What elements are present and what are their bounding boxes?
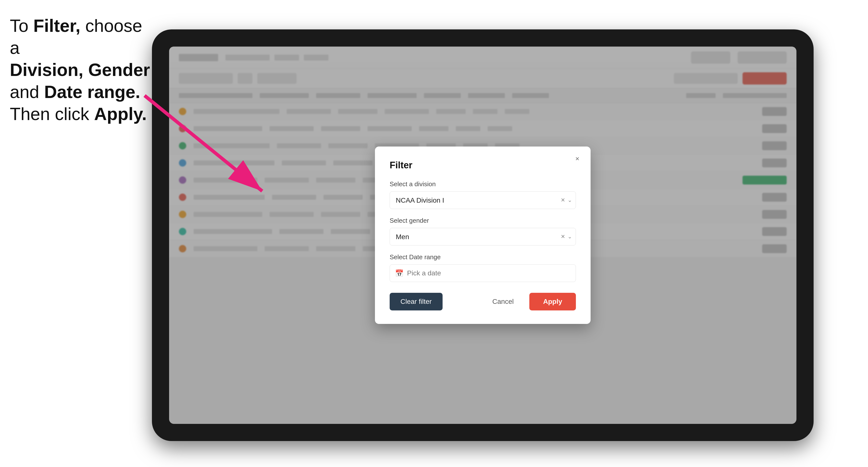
division-clear-icon[interactable]: ✕ [561,197,565,204]
date-label: Select Date range [390,253,576,261]
apply-button[interactable]: Apply [529,293,576,310]
tablet-screen: × Filter Select a division NCAA Division… [169,46,797,424]
division-group: Select a division NCAA Division I ✕ ⌄ [390,180,576,209]
instruction-line3: and Date range. [10,82,140,102]
gender-clear-icon[interactable]: ✕ [561,234,565,240]
tablet-device: × Filter Select a division NCAA Division… [152,29,814,441]
gender-group: Select gender Men ✕ ⌄ [390,217,576,246]
instruction-line4: Then click Apply. [10,104,147,124]
date-input-wrapper: 📅 [390,264,576,282]
division-select-wrapper: NCAA Division I ✕ ⌄ [390,191,576,209]
modal-overlay: × Filter Select a division NCAA Division… [169,46,797,424]
date-range-input[interactable] [390,264,576,282]
date-group: Select Date range 📅 [390,253,576,282]
clear-filter-button[interactable]: Clear filter [390,293,442,310]
modal-close-button[interactable]: × [572,153,583,164]
gender-select[interactable]: Men [390,228,576,246]
instruction-bold2: Division, Gender [10,60,150,80]
gender-label: Select gender [390,217,576,224]
modal-footer: Clear filter Cancel Apply [390,293,576,310]
division-select[interactable]: NCAA Division I [390,191,576,209]
cancel-button[interactable]: Cancel [482,293,524,310]
division-label: Select a division [390,180,576,188]
modal-title: Filter [390,160,576,170]
instruction-panel: To Filter, choose a Division, Gender and… [10,15,152,125]
calendar-icon: 📅 [395,269,404,277]
modal-footer-right: Cancel Apply [482,293,576,310]
filter-modal: × Filter Select a division NCAA Division… [375,147,591,324]
gender-select-wrapper: Men ✕ ⌄ [390,228,576,246]
instruction-line1: To Filter, choose a [10,16,142,58]
